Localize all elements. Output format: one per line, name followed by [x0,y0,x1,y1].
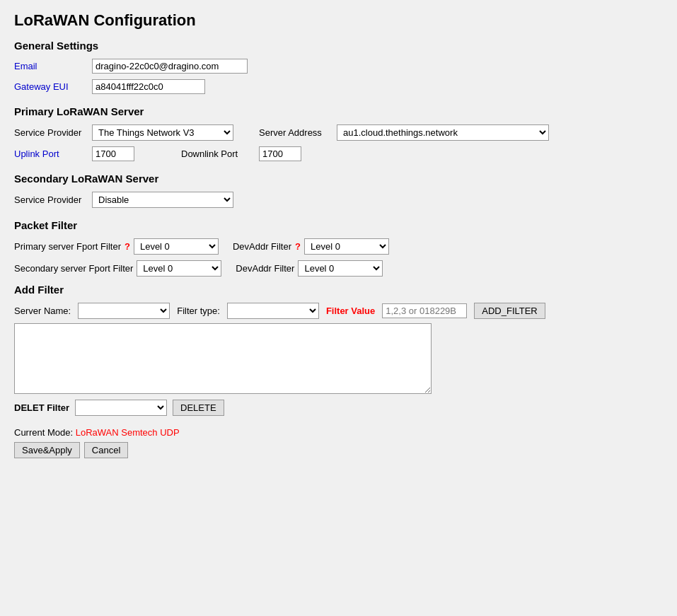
devaddr-filter-select[interactable]: Level 0 Level 1 Level 2 Level 3 [304,238,389,255]
primary-server-heading: Primary LoRaWAN Server [14,105,663,117]
footer-buttons: Save&Apply Cancel [14,442,663,458]
email-input[interactable] [92,59,248,74]
primary-fport-select[interactable]: Level 0 Level 1 Level 2 Level 3 [134,238,219,255]
uplink-port-input[interactable] [92,146,134,161]
secondary-devaddr-label: DevAddr Filter [236,263,294,274]
gateway-eui-input[interactable] [92,79,205,94]
server-name-label: Server Name: [14,306,71,316]
current-mode-label: Current Mode: [14,427,73,438]
delete-button[interactable]: DELETE [173,400,224,416]
server-address-label: Server Address [259,127,330,138]
delet-filter-select[interactable] [75,400,167,416]
add-filter-heading: Add Filter [14,284,663,296]
email-row: Email [14,59,663,74]
primary-fport-help-icon[interactable]: ? [125,241,130,252]
current-mode-value: LoRaWAN Semtech UDP [76,427,180,438]
ports-row: Uplink Port Downlink Port [14,146,663,161]
server-address-select[interactable]: au1.cloud.thethings.network eu1.cloud.th… [337,124,549,141]
secondary-devaddr-pair: DevAddr Filter Level 0 Level 1 Level 2 L… [236,260,383,277]
primary-server-section: Primary LoRaWAN Server Service Provider … [14,105,663,161]
devaddr-filter-label: DevAddr Filter [233,241,291,252]
gateway-eui-row: Gateway EUI [14,79,663,94]
devaddr-filter-pair: DevAddr Filter ? Level 0 Level 1 Level 2… [233,238,389,255]
general-settings-section: General Settings Email Gateway EUI [14,40,663,94]
secondary-service-provider-row: Service Provider Disable The Things Netw… [14,192,663,208]
downlink-port-label: Downlink Port [181,149,252,159]
general-settings-heading: General Settings [14,40,663,52]
secondary-fport-row: Secondary server Fport Filter Level 0 Le… [14,260,663,277]
email-label: Email [14,61,85,71]
primary-fport-row: Primary server Fport Filter ? Level 0 Le… [14,238,663,255]
current-mode-row: Current Mode: LoRaWAN Semtech UDP [14,427,663,438]
secondary-devaddr-select[interactable]: Level 0 Level 1 Level 2 Level 3 [298,260,383,277]
secondary-service-provider-select[interactable]: Disable The Things Network V3 TTN V2 Chi… [92,192,233,208]
downlink-port-input[interactable] [259,146,301,161]
filter-value-input[interactable] [382,303,467,318]
filter-type-label: Filter type: [177,306,220,316]
delet-filter-row: DELET Filter DELETE [14,400,663,416]
secondary-fport-select[interactable]: Level 0 Level 1 Level 2 Level 3 [137,260,221,277]
gateway-eui-label: Gateway EUI [14,81,85,92]
cancel-button[interactable]: Cancel [84,442,128,458]
devaddr-filter-help-icon[interactable]: ? [295,241,301,252]
filter-type-select[interactable] [227,303,319,319]
page-title: LoRaWAN Configuration [14,11,663,30]
secondary-server-section: Secondary LoRaWAN Server Service Provide… [14,173,663,208]
add-filter-button[interactable]: ADD_FILTER [474,303,545,319]
secondary-service-provider-label: Service Provider [14,194,85,205]
primary-fport-pair: Primary server Fport Filter ? Level 0 Le… [14,238,219,255]
delet-filter-heading: DELET Filter [14,402,69,413]
packet-filter-heading: Packet Filter [14,219,663,231]
packet-filter-section: Packet Filter Primary server Fport Filte… [14,219,663,416]
primary-service-provider-row: Service Provider The Things Network V3 T… [14,124,663,141]
server-name-select[interactable] [78,303,170,319]
secondary-server-heading: Secondary LoRaWAN Server [14,173,663,185]
secondary-fport-label: Secondary server Fport Filter [14,263,133,274]
filter-textarea[interactable] [14,323,432,394]
primary-service-provider-label: Service Provider [14,127,85,138]
filter-value-label: Filter Value [326,306,375,316]
save-apply-button[interactable]: Save&Apply [14,442,80,458]
primary-service-provider-select[interactable]: The Things Network V3 TTN V2 ChirpStack … [92,124,233,141]
secondary-fport-pair: Secondary server Fport Filter Level 0 Le… [14,260,221,277]
uplink-port-label: Uplink Port [14,149,85,159]
add-filter-row: Server Name: Filter type: Filter Value A… [14,303,663,319]
primary-fport-label: Primary server Fport Filter [14,241,121,252]
